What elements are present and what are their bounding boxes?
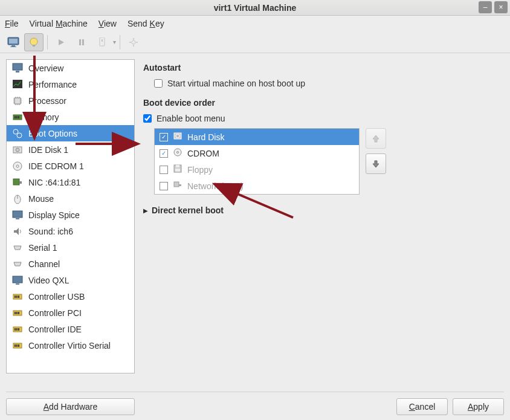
boot-item-cdrom[interactable]: CDROM [155,145,359,161]
svg-point-25 [16,165,19,167]
svg-rect-48 [15,344,16,347]
direct-kernel-boot-expander[interactable]: ▶ Direct kernel boot [143,205,498,215]
sidebar-item-controller-pci[interactable]: Controller PCI [7,305,134,321]
boot-item-checkbox[interactable] [160,166,168,174]
pause-icon [77,38,86,47]
sidebar-item-boot-options[interactable]: Boot Options [7,125,134,141]
svg-rect-15 [15,98,21,104]
menu-send-key[interactable]: Send Key [128,19,164,28]
sidebar-item-ide-cdrom[interactable]: IDE CDROM 1 [7,158,134,174]
svg-rect-46 [18,328,19,331]
enable-boot-menu-label: Enable boot menu [157,114,225,123]
fullscreen-icon [128,37,139,48]
controller-icon [11,340,24,352]
pause-button[interactable] [72,33,91,51]
sidebar-item-nic[interactable]: NIC :64:1d:81 [7,174,134,190]
boot-item-checkbox[interactable] [160,149,168,158]
sidebar-item-sound[interactable]: Sound: ich6 [7,223,134,239]
details-view-button[interactable] [24,33,44,51]
svg-rect-5 [33,45,35,47]
svg-rect-34 [16,283,19,285]
sidebar-item-performance[interactable]: Performance [7,76,134,92]
sidebar-item-label: Boot Options [28,129,77,138]
svg-rect-26 [13,179,19,185]
close-button[interactable]: × [494,1,508,13]
nic-icon [11,176,24,189]
enable-boot-menu-checkbox[interactable] [143,114,152,123]
svg-point-54 [177,152,179,153]
boot-item-checkbox[interactable] [160,182,168,190]
sidebar-item-ide-disk[interactable]: IDE Disk 1 [7,141,134,158]
play-icon [57,38,65,47]
svg-rect-2 [11,45,15,47]
svg-point-52 [176,134,179,138]
title-bar: virt1 Virtual Machine – × [0,0,510,16]
run-button[interactable] [51,33,71,51]
svg-point-4 [30,38,37,45]
menu-view[interactable]: View [98,19,117,28]
sidebar-item-label: Processor [28,96,66,106]
svg-rect-13 [16,71,19,73]
sidebar-item-label: Display Spice [28,210,80,220]
sidebar-item-overview[interactable]: Overview [7,60,134,76]
boot-order-heading: Boot device order [143,98,498,108]
svg-rect-30 [13,211,22,218]
menu-file[interactable]: File [5,19,19,28]
display-icon [11,209,24,221]
controller-icon [11,307,24,319]
console-view-button[interactable] [4,33,23,51]
move-down-button[interactable] [366,153,386,174]
svg-point-20 [13,129,18,134]
cdrom-icon [11,160,24,172]
svg-rect-33 [13,276,22,283]
sidebar-item-memory[interactable]: Memory [7,109,134,125]
hardware-sidebar[interactable]: Overview Performance Processor Memory Bo… [6,59,135,373]
boot-item-floppy[interactable]: Floppy [155,161,359,178]
add-hardware-button[interactable]: Add Hardware [6,398,135,415]
boot-item-label: Floppy [187,165,213,175]
sidebar-item-display[interactable]: Display Spice [7,207,134,223]
sidebar-item-video[interactable]: Video QXL [7,272,134,288]
boot-item-network[interactable]: Network (PXE) [155,178,359,194]
shutdown-button[interactable] [92,33,112,51]
sidebar-item-controller-ide[interactable]: Controller IDE [7,321,134,337]
sidebar-item-label: Serial 1 [28,243,57,253]
boot-item-checkbox[interactable] [160,133,168,141]
main-panel: Autostart Start virtual machine on host … [141,59,504,373]
harddisk-icon [173,131,182,143]
sidebar-item-controller-virtio[interactable]: Controller Virtio Serial [7,337,134,354]
svg-rect-42 [18,312,19,314]
sidebar-item-mouse[interactable]: Mouse [7,190,134,207]
shutdown-dropdown-icon[interactable]: ▾ [113,39,116,45]
svg-rect-56 [176,165,179,167]
svg-rect-19 [18,116,19,118]
sidebar-item-processor[interactable]: Processor [7,92,134,109]
menu-bar: File Virtual Machine View Send Key [0,16,510,31]
svg-rect-7 [79,39,81,45]
autostart-checkbox[interactable] [154,79,163,88]
info-bulb-icon [28,37,39,48]
minimize-button[interactable]: – [479,1,492,13]
apply-button[interactable]: Apply [453,398,504,415]
sidebar-item-channel[interactable]: Channel [7,256,134,272]
mouse-icon [11,193,24,205]
sidebar-item-label: Video QXL [28,276,69,285]
boot-item-label: CDROM [187,149,219,158]
svg-rect-18 [16,116,18,118]
overview-icon [11,62,24,74]
toolbar-separator [120,35,120,50]
sidebar-item-label: Controller USB [28,292,85,302]
sidebar-item-controller-usb[interactable]: Controller USB [7,288,134,305]
boot-order-list[interactable]: Hard Disk CDROM Floppy Network (PXE) [154,128,360,195]
boot-item-hard-disk[interactable]: Hard Disk [155,129,359,145]
move-up-button[interactable] [366,128,386,149]
menu-virtual-machine[interactable]: Virtual Machine [30,19,88,28]
disk-icon [11,144,24,156]
sidebar-item-serial[interactable]: Serial 1 [7,239,134,256]
sound-icon [11,225,24,237]
cancel-button[interactable]: Cancel [396,398,448,415]
toolbar: ▾ [0,31,510,53]
fullscreen-button[interactable] [124,33,143,51]
svg-rect-1 [9,39,18,44]
sidebar-item-label: Channel [28,259,60,269]
